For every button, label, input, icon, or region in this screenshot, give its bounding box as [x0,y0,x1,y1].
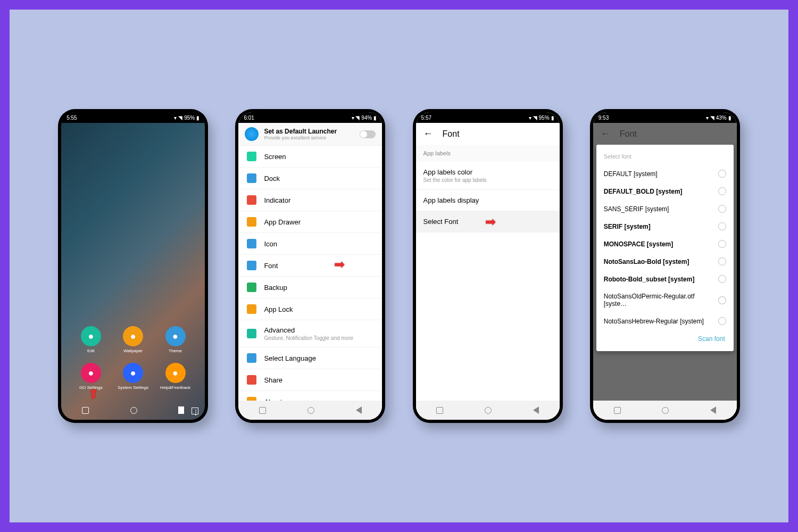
font-name: SERIF [system] [604,223,651,230]
radio-button[interactable] [718,296,726,304]
setting-screen[interactable]: Screen [238,146,382,168]
app-icon: ● [123,363,143,383]
clock: 5:57 [421,115,431,121]
recents-button[interactable] [259,407,266,414]
app-icon: ● [165,326,186,346]
font-choice[interactable]: SANS_SERIF [system] [596,200,734,218]
radio-button[interactable] [718,275,726,283]
scan-font-button[interactable]: Scan font [596,330,734,348]
back-icon[interactable]: ← [601,128,610,139]
setting-icon[interactable]: Icon [238,233,382,255]
back-button[interactable] [710,406,716,414]
status-icons: ▾ ◥ 94% ▮ [352,115,377,121]
setting-label: Select Language [264,354,316,362]
recents-button[interactable] [82,407,89,414]
app-theme[interactable]: ●Theme [156,326,194,353]
nav-bar[interactable]: ⋮ [61,401,205,420]
default-launcher-banner[interactable]: Set as Default Launcher Provide you exce… [238,123,382,146]
setting-icon [247,152,256,161]
font-option-app-labels-display[interactable]: App labels display [416,190,560,211]
setting-dock[interactable]: Dock [238,168,382,189]
app-label: System Settings [114,385,152,390]
font-name: NotoSansOldPermic-Regular.otf [syste… [604,293,718,307]
setting-icon [247,261,256,270]
radio-button[interactable] [718,222,726,230]
setting-app-drawer[interactable]: App Drawer [238,211,382,233]
font-name: Roboto-Bold_subset [system] [604,276,695,283]
font-choice[interactable]: Roboto-Bold_subset [system] [596,270,734,288]
app-go-settings[interactable]: ●GO Settings [72,363,110,390]
font-option-select-font[interactable]: Select Font➡ [416,211,560,232]
status-bar: 9:53 ▾ ◥ 43% ▮ [593,112,737,123]
font-choice[interactable]: NotoSansOldPermic-Regular.otf [syste… [596,288,734,312]
app-wallpaper[interactable]: ●Wallpaper [114,326,152,353]
app-help-feedback[interactable]: ●Help&Feedback [156,363,194,390]
font-name: NotoSansLao-Bold [system] [604,258,689,265]
setting-icon [247,329,256,338]
setting-label: About [264,398,282,401]
home-button[interactable] [307,407,314,414]
status-icons: ▾ ◥ 95% ▮ [529,115,554,121]
setting-indicator[interactable]: Indicator [238,189,382,211]
setting-label: Indicator [264,196,290,204]
clock: 9:53 [598,115,609,121]
toggle-switch[interactable] [360,130,376,138]
back-button[interactable] [533,406,539,414]
setting-advanced[interactable]: AdvancedGesture, Notification Toggle and… [238,320,382,347]
setting-font[interactable]: Font➡ [238,255,382,277]
recents-button[interactable] [614,407,621,414]
setting-about[interactable]: About [238,391,382,401]
app-icon: ● [123,326,143,346]
font-name: MONOSPACE [system] [604,240,673,248]
setting-label: Font [264,262,278,270]
clock: 6:01 [244,115,254,121]
nav-bar[interactable] [416,401,560,420]
launcher-icon [245,127,259,141]
setting-label: Icon [264,240,277,248]
recents-button[interactable] [436,407,443,414]
font-choice[interactable]: MONOSPACE [system] [596,235,734,253]
setting-label: App Lock [264,305,293,313]
setting-select-language[interactable]: Select Language [238,347,382,369]
setting-app-lock[interactable]: App Lock [238,298,382,320]
font-choice[interactable]: DEFAULT_BOLD [system] [596,182,734,200]
radio-button[interactable] [718,187,726,195]
banner-title: Set as Default Launcher [264,128,354,135]
radio-button[interactable] [718,317,726,325]
banner-subtitle: Provide you excellent service [264,135,354,140]
page-title: Font [443,129,460,139]
font-choice[interactable]: SERIF [system] [596,218,734,235]
font-choice[interactable]: DEFAULT [system] [596,165,734,182]
app-edit[interactable]: ●Edit [72,326,110,353]
font-choice[interactable]: NotoSansHebrew-Regular [system] [596,312,734,330]
status-icons: ▾ ◥ 95% ▮ [174,115,200,121]
back-button[interactable] [356,406,362,414]
setting-icon [247,304,256,314]
clock: 5:55 [66,115,77,121]
nav-bar[interactable] [593,401,737,420]
home-button[interactable] [662,407,669,414]
font-option-app-labels-color[interactable]: App labels colorSet the color for app la… [416,162,560,190]
radio-button[interactable] [718,170,726,178]
back-icon[interactable]: ← [423,128,433,139]
font-choice[interactable]: NotoSansLao-Bold [system] [596,253,734,270]
menu-icon[interactable]: ⋮ [192,408,198,414]
app-icon: ● [81,326,101,346]
setting-label: Dock [264,174,280,182]
app-system-settings[interactable]: ●System Settings [114,363,152,390]
app-grid: ●Edit●Wallpaper●Theme●GO Settings●System… [61,326,205,390]
back-button[interactable] [178,406,184,414]
setting-icon [247,282,256,292]
nav-bar[interactable] [238,401,382,420]
setting-share[interactable]: Share [238,369,382,391]
setting-label: Screen [264,153,286,161]
radio-button[interactable] [718,205,726,213]
radio-button[interactable] [718,257,726,265]
radio-button[interactable] [718,240,726,248]
home-button[interactable] [485,407,492,414]
home-button[interactable] [130,407,137,414]
settings-list: ScreenDockIndicatorApp DrawerIconFont➡Ba… [238,146,382,401]
setting-backup[interactable]: Backup [238,277,382,298]
app-label: Edit [72,348,110,353]
font-name: SANS_SERIF [system] [604,205,669,213]
